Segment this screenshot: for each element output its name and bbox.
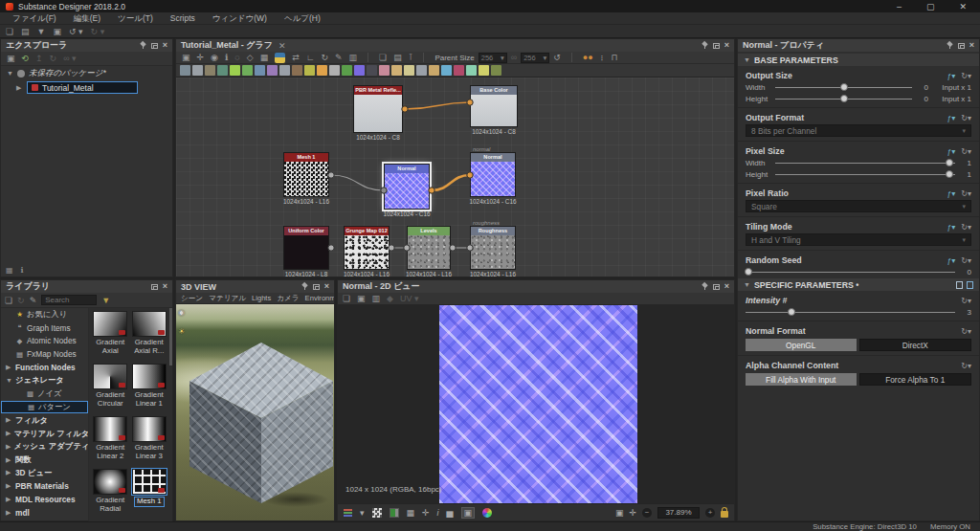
output-height-slider[interactable] xyxy=(775,94,912,103)
function-icon[interactable]: ƒ▾ xyxy=(947,114,955,122)
reset-icon[interactable]: ↻▾ xyxy=(961,327,971,336)
function-icon[interactable]: ƒ▾ xyxy=(947,189,955,198)
color-wheel-icon[interactable] xyxy=(482,508,492,518)
fit-view-icon[interactable]: ▣ xyxy=(615,508,624,518)
reset-icon[interactable]: ↻▾ xyxy=(961,189,971,198)
node-type-icon-17[interactable] xyxy=(391,65,402,76)
float-icon[interactable] xyxy=(958,43,965,49)
node-type-icon-10[interactable] xyxy=(304,65,315,76)
channels-icon[interactable] xyxy=(390,508,399,518)
chevron-right-icon[interactable]: ▶ xyxy=(6,469,12,476)
pin-icon[interactable] xyxy=(947,42,953,49)
zoom-out-button[interactable]: − xyxy=(642,508,652,518)
float-icon[interactable] xyxy=(151,43,158,49)
pan-icon[interactable]: ✛ xyxy=(197,53,205,62)
pin-icon[interactable] xyxy=(140,42,146,49)
node-type-icon-25[interactable] xyxy=(491,65,501,76)
reset-size-icon[interactable]: ↺ xyxy=(553,53,561,62)
pan-icon[interactable]: ✛ xyxy=(629,508,636,518)
node-type-icon-4[interactable] xyxy=(230,65,240,76)
menubar-item[interactable]: ツール(T) xyxy=(109,12,162,25)
graph-canvas[interactable]: PBR Metal Refle...1024x1024 - C8Base Col… xyxy=(176,77,734,277)
preset-icon[interactable] xyxy=(956,281,963,289)
transform-icon[interactable]: ✛ xyxy=(422,508,430,518)
reset-icon[interactable]: ↻▾ xyxy=(961,362,971,370)
graph-node-uniform-color[interactable]: Uniform Color1024x1024 - L8 xyxy=(283,226,329,270)
chevron-right-icon[interactable]: ▶ xyxy=(6,430,11,437)
edit-icon[interactable]: ✎ xyxy=(30,296,37,305)
parent-width-dropdown[interactable]: 256▾ xyxy=(479,53,507,63)
tiling-mode-dropdown[interactable]: H and V Tiling▾ xyxy=(746,233,971,246)
library-tree-item[interactable]: ▶関数 xyxy=(1,454,88,467)
graph-node-basecolor[interactable]: Base Color1024x1024 - C8 xyxy=(470,85,518,127)
reset-icon[interactable]: ↻▾ xyxy=(961,297,971,305)
menubar-item[interactable]: ヘルプ(H) xyxy=(276,12,329,25)
maximize-button[interactable]: ▢ xyxy=(926,2,935,11)
3d-viewport[interactable]: ◉ ☀ xyxy=(176,304,334,520)
random-seed-slider[interactable] xyxy=(746,267,955,277)
library-tree-item[interactable]: ▶mdl xyxy=(1,506,88,520)
float-icon[interactable] xyxy=(713,43,720,49)
graph-node-grunge-map[interactable]: Grunge Map 0121024x1024 - L16 xyxy=(344,226,390,270)
function-icon[interactable]: ƒ▾ xyxy=(947,147,955,156)
library-tree-item[interactable]: ▦FxMap Nodes xyxy=(1,347,88,361)
chevron-right-icon[interactable]: ▶ xyxy=(6,482,12,490)
chevron-right-icon[interactable]: ▶ xyxy=(6,416,12,424)
minimize-button[interactable]: – xyxy=(897,2,902,11)
layers-dropdown-icon[interactable]: ▾ xyxy=(360,508,365,518)
parent-height-dropdown[interactable]: 256▾ xyxy=(521,53,549,63)
pin-icon[interactable] xyxy=(702,42,708,49)
library-tree-item[interactable]: ❝Graph Items xyxy=(1,321,88,335)
screenshot-icon[interactable]: ◉ xyxy=(211,53,218,62)
zoom-in-button[interactable]: + xyxy=(705,508,715,518)
chevron-right-icon[interactable]: ▶ xyxy=(6,443,11,451)
graph-node-pbr[interactable]: PBR Metal Refle...1024x1024 - C8 xyxy=(353,85,403,133)
node-type-icon-2[interactable] xyxy=(205,65,215,76)
menubar-item[interactable]: 編集(E) xyxy=(65,12,109,25)
pin-comment-icon[interactable]: ⊺ xyxy=(409,53,413,62)
undo-icon[interactable]: ↺ ▾ xyxy=(69,27,83,36)
3d-view-menu-item[interactable]: Lights xyxy=(250,294,273,302)
save-package-icon[interactable]: ▣ xyxy=(7,54,15,63)
pixel-ratio-dropdown[interactable]: Square▾ xyxy=(746,200,971,212)
node-type-icon-21[interactable] xyxy=(441,65,452,76)
graph-node-normal-output[interactable]: Normal1024x1024 - C16normal xyxy=(470,152,516,197)
library-tree-item[interactable]: ▶メッシュ アダプティブ xyxy=(1,440,88,454)
force-alpha-button[interactable]: Force Alpha To 1 xyxy=(859,373,972,386)
close-icon[interactable]: × xyxy=(724,42,729,49)
grid-icon[interactable]: ▦ xyxy=(407,508,415,518)
library-tree-item[interactable]: ▩ノイズ xyxy=(1,387,88,401)
zoom-icon[interactable]: ◌ xyxy=(234,53,239,62)
python-icon[interactable] xyxy=(275,53,285,63)
pixel-height-slider[interactable] xyxy=(775,169,955,179)
chevron-right-icon[interactable]: ▶ xyxy=(16,84,23,92)
library-tree-item[interactable]: ▶PBR Materials xyxy=(1,479,88,493)
library-tree-item[interactable]: ▦パターン xyxy=(1,401,88,414)
intensity-slider[interactable] xyxy=(746,307,955,317)
3d-view-menu-item[interactable]: シーン xyxy=(179,294,205,303)
directx-button[interactable]: DirectX xyxy=(859,339,972,351)
close-icon[interactable]: × xyxy=(163,42,167,49)
chevron-down-icon[interactable]: ▼ xyxy=(6,377,12,384)
save-icon[interactable]: ▣ xyxy=(54,27,62,36)
node-type-icon-24[interactable] xyxy=(479,65,489,76)
library-item[interactable]: Gradient Axial xyxy=(93,311,128,364)
snap-icon[interactable]: ⊓ xyxy=(611,53,617,62)
library-item[interactable]: Mesh 1 xyxy=(132,469,167,521)
graph-row[interactable]: ▶ Tutorial_Metal xyxy=(1,80,172,95)
2d-canvas[interactable]: 1024 x 1024 (RGBA, 16bpc) xyxy=(338,305,734,503)
link-size-icon[interactable]: ∞ xyxy=(511,53,517,62)
output-format-dropdown[interactable]: 8 Bits per Channel▾ xyxy=(746,124,971,137)
node-type-icon-13[interactable] xyxy=(342,65,352,76)
background-checker-icon[interactable] xyxy=(372,508,382,518)
fill-alpha-button[interactable]: Fill Alpha With Input xyxy=(746,373,857,386)
tab-close-icon[interactable]: ✕ xyxy=(278,41,286,51)
graph-node-levels[interactable]: Levels1024x1024 - L16 xyxy=(407,226,451,270)
histogram-icon[interactable]: ▅ xyxy=(447,508,454,518)
layers-icon[interactable] xyxy=(344,509,352,517)
reset-icon[interactable]: ↻▾ xyxy=(961,256,971,265)
uv-dropdown[interactable]: UV ▾ xyxy=(400,294,419,303)
menubar-item[interactable]: ファイル(F) xyxy=(4,12,65,25)
scrollbar[interactable] xyxy=(169,308,172,365)
graph-node-mesh[interactable]: Mesh 11024x1024 - L16 xyxy=(283,152,329,197)
